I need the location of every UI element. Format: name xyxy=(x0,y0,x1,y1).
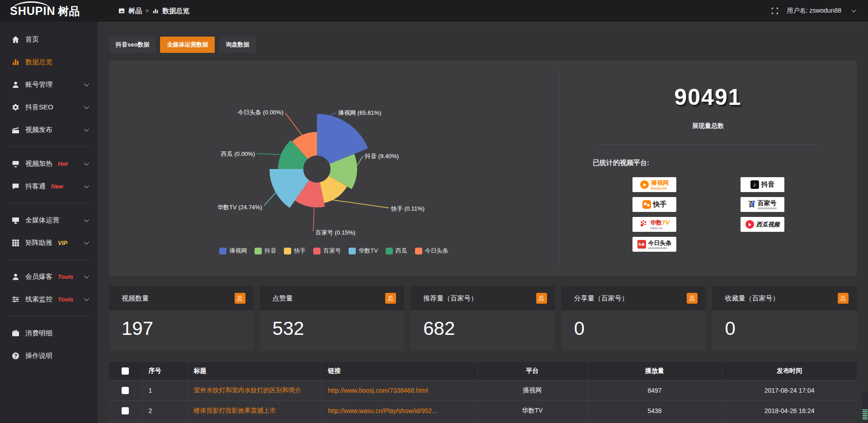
grid-icon xyxy=(12,239,19,247)
platform-badge-douyin[interactable]: ♪ 抖音 xyxy=(741,177,784,192)
col-header-no: 序号 xyxy=(142,362,187,380)
cell-url-link[interactable]: http://www.boosj.com/7338468.html xyxy=(328,387,471,394)
chevron-down-icon xyxy=(84,296,89,301)
floating-service-widget[interactable] xyxy=(862,392,868,420)
cell-url-link[interactable]: http://www.wasu.cn/Play/show/id/952... xyxy=(328,407,471,414)
platform-name: 华数 xyxy=(650,220,662,226)
boosj-play-icon xyxy=(640,180,649,189)
hot-badge: Hot xyxy=(58,160,68,167)
sidebar-item-video-publish[interactable]: 视频发布 xyxy=(0,118,98,141)
platform-name: 抖音 xyxy=(761,180,775,189)
total-badge[interactable]: 总 xyxy=(838,293,849,304)
xigua-play-icon xyxy=(745,220,754,229)
svg-text:华数TV (24.74%): 华数TV (24.74%) xyxy=(217,204,262,211)
legend-swatch xyxy=(415,248,422,254)
tab-inquiry-data[interactable]: 询盘数据 xyxy=(219,37,256,53)
sidebar-divider xyxy=(8,146,90,147)
legend-swatch xyxy=(255,248,262,254)
row-checkbox[interactable] xyxy=(122,407,129,414)
sidebar-item-label: 视频发布 xyxy=(25,126,52,134)
main-content: 抖音seo数据 全媒体运营数据 询盘数据 播视网 (65.61%)抖音 (9.4… xyxy=(98,22,868,423)
username-label[interactable]: 用户名: zswodun88 xyxy=(787,7,841,15)
total-badge[interactable]: 总 xyxy=(385,293,396,304)
sidebar-item-consumption[interactable]: 消费明细 xyxy=(0,322,98,344)
sidebar-item-label: 视频加热 xyxy=(25,160,52,168)
rose-pie-chart[interactable]: 播视网 (65.61%)抖音 (9.40%)快手 (0.11%)百家号 (0.1… xyxy=(109,61,559,277)
sidebar-divider xyxy=(8,203,90,203)
tab-omnimedia-data[interactable]: 全媒体运营数据 xyxy=(160,37,215,53)
sidebar-item-account[interactable]: 账号管理 xyxy=(0,73,98,96)
bar-chart-icon xyxy=(152,8,159,14)
chevron-down-icon[interactable] xyxy=(852,8,856,13)
legend-item[interactable]: 快手 xyxy=(284,247,306,255)
cell-time: 2018-04-26 16:24 xyxy=(722,400,857,421)
sidebar-item-douyin-seo[interactable]: 抖音SEO xyxy=(0,96,98,118)
legend-item[interactable]: 播视网 xyxy=(219,247,247,255)
summary-panel: 90491 展现量总数 已统计的视频平台: 播视网boosj.com 快手 华数… xyxy=(559,61,857,276)
total-badge[interactable]: 总 xyxy=(687,293,698,304)
platform-badge-wasu[interactable]: 华数TV wasu.cn xyxy=(632,217,676,232)
sidebar-item-doukewtong[interactable]: 抖客通 New xyxy=(0,175,98,197)
platform-name-tv: TV xyxy=(662,220,670,226)
toutiao-icon: 头条 xyxy=(637,240,646,249)
platform-badge-boosj[interactable]: 播视网boosj.com xyxy=(632,177,676,192)
cell-title-link[interactable]: 楼体投影灯投影效果震撼上市 xyxy=(194,407,276,414)
legend-label: 抖音 xyxy=(264,247,276,255)
legend-swatch xyxy=(386,248,393,254)
cell-time: 2017-08-24 17:04 xyxy=(722,380,857,400)
platform-badge-baijiahao[interactable]: 百 百家号 xyxy=(741,197,784,212)
select-all-checkbox[interactable] xyxy=(122,367,129,375)
col-header-link: 链接 xyxy=(321,362,477,380)
sidebar-item-video-heat[interactable]: 视频加热 Hot xyxy=(0,152,98,175)
cell-title-link[interactable]: 室外水纹灯和室内水纹灯的区别和简介 xyxy=(194,386,302,394)
legend-item[interactable]: 抖音 xyxy=(255,247,276,255)
row-checkbox[interactable] xyxy=(122,387,129,394)
sidebar-divider xyxy=(8,316,90,316)
sidebar-item-data-overview[interactable]: 数据总览 xyxy=(0,51,98,73)
legend-item[interactable]: 华数TV xyxy=(349,247,378,255)
stat-cards-row: 视频数量总 197 点赞量总 532 推荐量（百家号）总 682 分享量（百家号… xyxy=(109,286,857,351)
fullscreen-icon[interactable] xyxy=(771,7,778,14)
breadcrumb-current[interactable]: 数据总览 xyxy=(162,7,189,15)
platform-subtext-bar xyxy=(648,247,667,249)
sidebar-divider xyxy=(8,259,90,260)
sidebar-item-label: 会员爆客 xyxy=(25,273,52,281)
sidebar-item-matrix-boost[interactable]: 矩阵助推 VIP xyxy=(0,231,98,254)
sidebar-item-help[interactable]: 操作说明 xyxy=(0,344,98,367)
table-row-partial xyxy=(109,421,857,423)
legend-item[interactable]: 百家号 xyxy=(313,247,341,255)
legend-label: 快手 xyxy=(294,247,306,255)
sidebar-item-home[interactable]: 首页 xyxy=(0,28,98,51)
chevron-down-icon xyxy=(84,273,89,278)
cell-plays: 5438 xyxy=(587,400,722,421)
total-badge[interactable]: 总 xyxy=(235,293,245,304)
sidebar-item-member-leads[interactable]: 会员爆客 Tools xyxy=(0,265,98,288)
summary-divider xyxy=(600,145,816,145)
sidebar-item-clue-monitor[interactable]: 线索监控 Tools xyxy=(0,288,98,310)
sidebar-item-label: 消费明细 xyxy=(25,329,52,338)
breadcrumb-root[interactable]: 树品 xyxy=(128,7,142,15)
tab-douyin-seo-data[interactable]: 抖音seo数据 xyxy=(109,37,156,53)
platform-badge-toutiao[interactable]: 头条 今日头条 xyxy=(632,237,676,252)
total-badge[interactable]: 总 xyxy=(536,293,547,304)
platform-badge-kuaishou[interactable]: 快手 xyxy=(632,197,676,212)
legend-label: 播视网 xyxy=(229,247,247,255)
legend-item[interactable]: 今日头条 xyxy=(415,247,448,255)
cell-platform: 华数TV xyxy=(477,400,587,421)
cell-no: 2 xyxy=(142,400,187,421)
legend-item[interactable]: 西瓜 xyxy=(386,247,407,255)
total-impressions-label: 展现量总数 xyxy=(559,122,857,130)
col-header-platform: 平台 xyxy=(477,362,587,380)
bar-chart-icon xyxy=(12,58,19,66)
svg-text:播视网 (65.61%): 播视网 (65.61%) xyxy=(338,109,381,116)
table-header-row: 序号 标题 链接 平台 播放量 发布时间 xyxy=(109,362,857,380)
platform-subtext: boosj.com xyxy=(651,187,667,190)
sidebar-item-omnimedia[interactable]: 全媒体运营 xyxy=(0,209,98,231)
platform-badge-xigua[interactable]: 西瓜视频 xyxy=(741,217,784,232)
cell-plays: 8497 xyxy=(587,380,722,400)
sidebar-item-label: 数据总览 xyxy=(25,58,52,66)
svg-text:抖音 (9.40%): 抖音 (9.40%) xyxy=(364,153,399,160)
gear-icon xyxy=(12,103,19,111)
tools-badge: Tools xyxy=(58,296,73,303)
app-logo: SHUPIN 树品 xyxy=(0,5,98,17)
